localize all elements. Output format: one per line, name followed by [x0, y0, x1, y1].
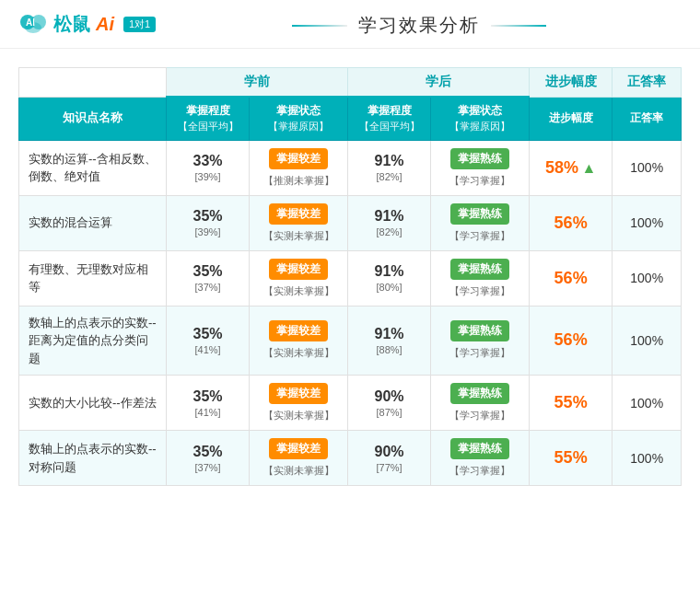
progress-value: 56% [554, 330, 588, 349]
cell-correct-rate: 100% [612, 250, 682, 306]
before-status-badge: 掌握较差 [269, 438, 328, 459]
col-progress: 进步幅度 [529, 97, 612, 140]
svg-text:AI: AI [26, 17, 35, 28]
after-pct-value: 90% [354, 444, 426, 460]
before-avg-value: [39%] [172, 226, 244, 237]
cell-after-status: 掌握熟练 【学习掌握】 [431, 195, 530, 250]
col-correct: 正答率 [612, 97, 682, 140]
title-text: 学习效果分析 [358, 13, 480, 38]
correct-rate-value: 100% [630, 333, 663, 348]
after-pct-value: 91% [354, 326, 426, 342]
cell-before-pct: 35% [41%] [166, 306, 250, 376]
before-avg-value: [37%] [172, 462, 244, 473]
group-empty-cell [19, 68, 167, 98]
before-status-badge: 掌握较差 [269, 203, 328, 225]
cell-before-status: 掌握较差 【实测未掌握】 [250, 431, 348, 486]
after-mastery-label: 掌握程度 [368, 104, 412, 117]
page-title: 学习效果分析 [156, 10, 682, 39]
table-row: 实数的运算--含相反数、倒数、绝对值 33% [39%] 掌握较差 【推测未掌握… [19, 140, 682, 195]
cell-before-status: 掌握较差 【实测未掌握】 [250, 376, 348, 431]
after-avg-value: [88%] [354, 344, 426, 355]
cell-after-status: 掌握熟练 【学习掌握】 [431, 431, 530, 486]
progress-value: 56% [554, 214, 588, 232]
group-after-header: 学后 [347, 68, 529, 98]
after-avg-value: [82%] [354, 171, 426, 182]
before-reason: 【实测未掌握】 [255, 464, 342, 478]
before-reason: 【实测未掌握】 [255, 229, 342, 243]
cell-before-pct: 35% [39%] [166, 195, 250, 250]
progress-arrow-icon: ▲ [582, 160, 597, 176]
cell-after-status: 掌握熟练 【学习掌握】 [431, 376, 530, 431]
before-status-badge: 掌握较差 [269, 259, 328, 280]
cell-after-pct: 90% [87%] [347, 376, 431, 431]
after-status-label: 掌握状态 [458, 104, 502, 117]
cell-name: 有理数、无理数对应相等 [19, 250, 167, 306]
cell-after-status: 掌握熟练 【学习掌握】 [431, 306, 530, 376]
cell-name: 数轴上的点表示的实数--对称问题 [19, 431, 167, 486]
cell-before-pct: 35% [37%] [166, 431, 250, 486]
cell-after-pct: 91% [80%] [347, 250, 431, 306]
correct-rate-value: 100% [630, 451, 663, 466]
table-row: 实数的混合运算 35% [39%] 掌握较差 【实测未掌握】 91% [82%]… [19, 195, 682, 250]
logo-area: AI 松鼠 Ai 1对1 [18, 9, 156, 39]
before-avg-value: [41%] [172, 344, 244, 355]
before-status-sub: 【掌握原因】 [268, 121, 329, 132]
table-row: 有理数、无理数对应相等 35% [37%] 掌握较差 【实测未掌握】 91% [… [19, 250, 682, 306]
cell-correct-rate: 100% [612, 431, 682, 486]
table-row: 实数的大小比较--作差法 35% [41%] 掌握较差 【实测未掌握】 90% … [19, 376, 682, 431]
table-row: 数轴上的点表示的实数--对称问题 35% [37%] 掌握较差 【实测未掌握】 … [19, 431, 682, 486]
progress-value: 55% [554, 393, 588, 411]
cell-after-pct: 91% [88%] [347, 306, 431, 376]
before-reason: 【实测未掌握】 [255, 409, 342, 422]
before-avg-value: [41%] [172, 407, 244, 418]
before-pct-value: 35% [172, 208, 244, 225]
correct-rate-value: 100% [630, 396, 663, 411]
group-header-row: 学前 学后 进步幅度 正答率 [19, 68, 682, 98]
before-mastery-sub: 【全国平均】 [178, 121, 239, 132]
progress-value: 56% [554, 269, 588, 287]
after-pct-value: 91% [354, 263, 426, 280]
before-reason: 【推测未掌握】 [255, 174, 342, 188]
table-body: 实数的运算--含相反数、倒数、绝对值 33% [39%] 掌握较差 【推测未掌握… [19, 140, 682, 486]
before-pct-value: 35% [172, 326, 244, 342]
cell-before-status: 掌握较差 【推测未掌握】 [250, 140, 348, 195]
cell-before-status: 掌握较差 【实测未掌握】 [250, 306, 348, 376]
logo-squirrel-text: 松鼠 [53, 12, 90, 37]
cell-correct-rate: 100% [612, 140, 682, 195]
sub-header-row: 知识点名称 掌握程度 【全国平均】 掌握状态 【掌握原因】 掌握程度 【全国平均… [19, 97, 682, 140]
after-status-badge: 掌握熟练 [450, 320, 509, 341]
logo-ai-text: Ai [96, 14, 114, 35]
after-pct-value: 91% [354, 208, 426, 225]
cell-correct-rate: 100% [612, 195, 682, 250]
cell-correct-rate: 100% [612, 306, 682, 376]
after-pct-value: 91% [354, 153, 426, 169]
header: AI 松鼠 Ai 1对1 学习效果分析 [0, 0, 700, 49]
before-mastery-label: 掌握程度 [186, 104, 230, 117]
results-table: 学前 学后 进步幅度 正答率 知识点名称 掌握程度 【全国平均】 掌握状态 【掌… [18, 67, 682, 486]
title-right-line [491, 25, 546, 27]
correct-rate-value: 100% [630, 215, 663, 230]
cell-progress: 56% [529, 306, 612, 376]
after-reason: 【学习掌握】 [437, 284, 523, 298]
col-after-status: 掌握状态 【掌握原因】 [431, 97, 530, 140]
after-status-badge: 掌握熟练 [450, 148, 509, 169]
before-pct-value: 35% [172, 263, 244, 280]
after-reason: 【学习掌握】 [437, 229, 523, 243]
cell-progress: 55% [529, 431, 612, 486]
before-pct-value: 35% [172, 444, 244, 460]
cell-before-pct: 35% [41%] [166, 376, 250, 431]
cell-progress: 55% [529, 376, 612, 431]
before-reason: 【实测未掌握】 [255, 284, 342, 298]
after-status-sub: 【掌握原因】 [449, 121, 510, 132]
after-avg-value: [87%] [354, 407, 426, 418]
col-before-mastery: 掌握程度 【全国平均】 [166, 97, 250, 140]
after-pct-value: 90% [354, 388, 426, 405]
cell-correct-rate: 100% [612, 376, 682, 431]
col-after-mastery: 掌握程度 【全国平均】 [347, 97, 431, 140]
correct-rate-value: 100% [630, 160, 663, 175]
group-progress-cell: 进步幅度 [529, 68, 612, 98]
logo-icon: AI [18, 9, 48, 39]
badge-1v1: 1对1 [123, 17, 156, 32]
cell-after-pct: 91% [82%] [347, 195, 431, 250]
after-reason: 【学习掌握】 [437, 464, 523, 478]
